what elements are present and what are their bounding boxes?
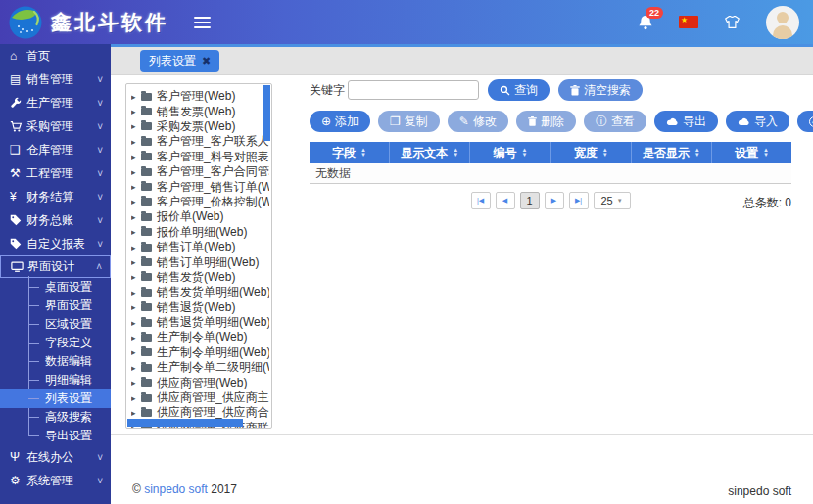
caret-right-icon[interactable]: ▸ xyxy=(131,272,141,282)
sidebar-item-production[interactable]: 生产管理 ˅ xyxy=(0,91,111,115)
prev-page-button[interactable]: ◀ xyxy=(496,192,515,209)
submenu-item-interface-settings[interactable]: 界面设置 xyxy=(0,297,111,315)
tree-item[interactable]: ▸销售订单(Web) xyxy=(131,240,269,254)
tree-item[interactable]: ▸报价单(Web) xyxy=(131,209,269,224)
caret-right-icon[interactable]: ▸ xyxy=(131,378,141,388)
first-page-button[interactable]: |◀ xyxy=(471,192,491,209)
submenu-item-field-definition[interactable]: 字段定义 xyxy=(0,334,111,352)
sidebar-item-home[interactable]: ⌂ 首页 xyxy=(0,44,111,68)
caret-right-icon[interactable]: ▸ xyxy=(131,197,141,206)
batch-operations-button[interactable]: ✓ 批量操作 xyxy=(797,111,813,132)
chevron-down-icon: ˅ xyxy=(97,121,103,132)
tree-item[interactable]: ▸销售退货(Web) xyxy=(131,299,269,314)
column-header-width[interactable]: 宽度 ▲▼ xyxy=(551,142,632,163)
keyword-input[interactable] xyxy=(348,80,479,100)
sidebar-item-finance-settlement[interactable]: ¥ 财务结算 ˅ xyxy=(0,185,111,208)
submenu-item-region-settings[interactable]: 区域设置 xyxy=(0,315,111,334)
caret-right-icon[interactable]: ▸ xyxy=(131,333,141,343)
sidebar-item-system-management[interactable]: ⚙ 系统管理 ˅ xyxy=(0,469,111,492)
tab-list-settings[interactable]: 列表设置 ✖ xyxy=(140,50,219,72)
copy-button[interactable]: ❐ 复制 xyxy=(378,111,440,132)
vertical-scrollbar[interactable] xyxy=(263,85,270,141)
language-button[interactable]: ★ xyxy=(679,16,698,28)
column-header-settings[interactable]: 设置 ▲▼ xyxy=(712,142,791,163)
caret-right-icon[interactable]: ▸ xyxy=(131,212,141,222)
tree-item[interactable]: ▸生产制令单(Web) xyxy=(131,330,269,344)
sidebar-item-warehouse[interactable]: ❑ 仓库管理 ˅ xyxy=(0,138,111,161)
theme-button[interactable] xyxy=(724,15,741,29)
caret-right-icon[interactable]: ▸ xyxy=(131,152,141,161)
caret-right-icon[interactable]: ▸ xyxy=(131,363,141,373)
tree-item[interactable]: ▸销售退货单明细(Web) xyxy=(131,315,269,330)
column-header-display-text[interactable]: 显示文本 ▲▼ xyxy=(390,142,470,163)
delete-button[interactable]: 删除 xyxy=(516,111,576,132)
column-header-visible[interactable]: 是否显示 ▲▼ xyxy=(632,142,712,163)
caret-right-icon[interactable]: ▸ xyxy=(131,347,141,357)
tree-item[interactable]: ▸销售发货(Web) xyxy=(131,270,269,285)
query-button[interactable]: 查询 xyxy=(488,79,550,101)
user-avatar[interactable] xyxy=(766,6,799,39)
sidebar-item-finance-ledger[interactable]: 财务总账 ˅ xyxy=(0,208,111,232)
tree-item[interactable]: ▸客户管理_价格控制(Web) xyxy=(131,195,269,209)
caret-right-icon[interactable]: ▸ xyxy=(131,167,141,177)
caret-right-icon[interactable]: ▸ xyxy=(131,257,141,267)
view-button[interactable]: ⓘ 查看 xyxy=(584,111,646,132)
edit-button[interactable]: ✎ 修改 xyxy=(448,111,508,132)
tree-item[interactable]: ▸供应商管理(Web) xyxy=(131,375,269,389)
tree-item[interactable]: ▸生产制令单二级明细(Web) xyxy=(131,360,269,375)
menu-icon[interactable] xyxy=(194,17,211,28)
caret-right-icon[interactable]: ▸ xyxy=(131,302,141,312)
last-page-button[interactable]: ▶| xyxy=(569,192,589,209)
page-size-select[interactable]: 25 ▼ xyxy=(594,192,631,209)
caret-right-icon[interactable]: ▸ xyxy=(131,243,141,252)
sidebar-item-interface-design[interactable]: 界面设计 ˄ xyxy=(0,255,111,278)
notifications-button[interactable]: 22 xyxy=(638,15,653,30)
tree-item[interactable]: ▸客户管理_销售订单(Web) xyxy=(131,179,269,194)
caret-right-icon[interactable]: ▸ xyxy=(131,408,141,418)
tree-item[interactable]: ▸客户管理_客户合同管理(Web) xyxy=(131,164,269,179)
sidebar-item-engineering[interactable]: ⚒ 工程管理 ˅ xyxy=(0,161,111,185)
tree-item[interactable]: ▸销售发票(Web) xyxy=(131,104,269,118)
tree-item[interactable]: ▸供应商管理_供应商主供料(Web) xyxy=(131,390,269,405)
submenu-item-detail-edit[interactable]: 明细编辑 xyxy=(0,371,111,389)
column-header-number[interactable]: 编号 ▲▼ xyxy=(470,142,550,163)
column-header-field[interactable]: 字段 ▲▼ xyxy=(310,142,390,163)
caret-right-icon[interactable]: ▸ xyxy=(131,318,141,328)
clear-search-button[interactable]: 清空搜索 xyxy=(558,79,643,101)
tree-item[interactable]: ▸报价单明细(Web) xyxy=(131,225,269,240)
sidebar-item-online-office[interactable]: Ψ 在线办公 ˅ xyxy=(0,445,111,469)
submenu-item-list-settings[interactable]: 列表设置 xyxy=(0,389,111,408)
export-button[interactable]: 导出 xyxy=(654,111,718,132)
footer-brand-link[interactable]: sinpedo soft xyxy=(144,482,208,496)
current-page-button[interactable]: 1 xyxy=(520,192,540,209)
caret-right-icon[interactable]: ▸ xyxy=(131,227,141,237)
submenu-item-data-edit[interactable]: 数据编辑 xyxy=(0,352,111,371)
tree-item[interactable]: ▸客户管理(Web) xyxy=(131,89,269,104)
submenu-item-advanced-search[interactable]: 高级搜索 xyxy=(0,408,111,427)
next-page-button[interactable]: ▶ xyxy=(545,192,564,209)
tree-item[interactable]: ▸生产制令单明细(Web) xyxy=(131,345,269,360)
tree-item[interactable]: ▸客户管理_客户联系人(Web) xyxy=(131,134,269,149)
caret-right-icon[interactable]: ▸ xyxy=(131,92,141,102)
submenu-item-desktop-settings[interactable]: 桌面设置 xyxy=(0,278,111,297)
tree-item[interactable]: ▸客户管理_料号对照表(Web) xyxy=(131,150,269,164)
add-button[interactable]: ⊕ 添加 xyxy=(310,111,370,132)
tab-bar: 列表设置 ✖ xyxy=(111,47,813,75)
sidebar-item-custom-reports[interactable]: 自定义报表 ˅ xyxy=(0,232,111,255)
import-button[interactable]: 导入 xyxy=(726,111,789,132)
caret-right-icon[interactable]: ▸ xyxy=(131,393,141,403)
caret-right-icon[interactable]: ▸ xyxy=(131,137,141,147)
caret-right-icon[interactable]: ▸ xyxy=(131,288,141,298)
caret-right-icon[interactable]: ▸ xyxy=(131,182,141,192)
tree-item[interactable]: ▸销售发货单明细(Web) xyxy=(131,285,269,299)
horizontal-scrollbar[interactable] xyxy=(127,419,243,427)
caret-right-icon[interactable]: ▸ xyxy=(131,121,141,131)
close-icon[interactable]: ✖ xyxy=(202,55,211,68)
sidebar-item-purchase[interactable]: 采购管理 ˅ xyxy=(0,115,111,138)
tree-item[interactable]: ▸销售订单明细(Web) xyxy=(131,254,269,269)
caret-right-icon[interactable]: ▸ xyxy=(131,107,141,116)
sidebar-item-sales[interactable]: ▤ 销售管理 ˅ xyxy=(0,68,111,91)
submenu-item-export-settings[interactable]: 导出设置 xyxy=(0,427,111,445)
folder-icon xyxy=(141,183,152,191)
tree-item[interactable]: ▸采购发票(Web) xyxy=(131,119,269,134)
